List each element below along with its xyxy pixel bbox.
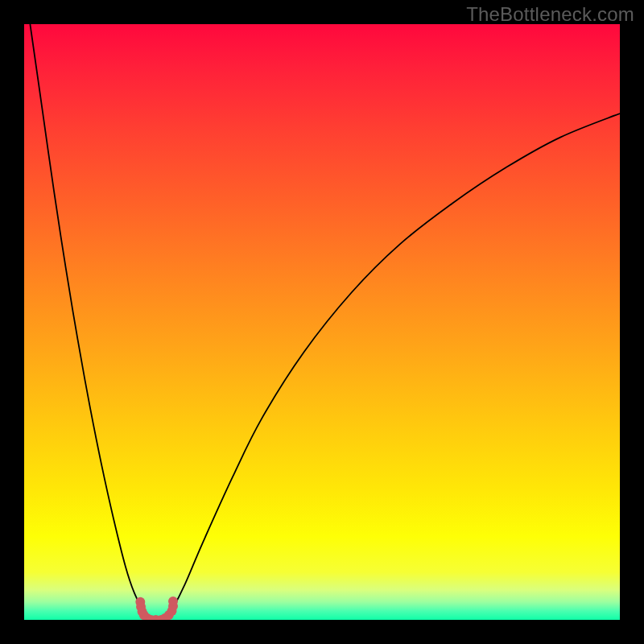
attribution-label: TheBottleneck.com [466,3,634,26]
curve-left [30,24,155,620]
curve-right [161,114,620,620]
chart-frame: TheBottleneck.com [0,0,644,644]
marker-dot [168,597,178,606]
chart-svg [24,24,620,620]
marker-layer [135,597,178,620]
plot-area [24,24,620,620]
